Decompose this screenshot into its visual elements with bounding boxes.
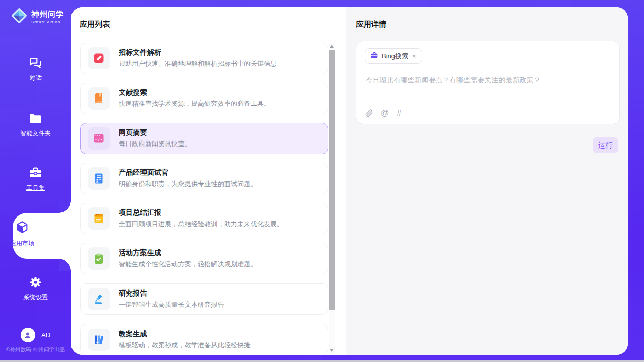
app-detail-panel: 应用详情 Bing搜索 × 今日湖北有哪些新闻要点？有哪些需要关注的最新政策？ [346,7,628,355]
scrollbar[interactable] [329,43,335,354]
app-list-panel: 应用列表 招标文件解析 帮助用户快速、准确地理解和解析招标书中的关键信息 [71,7,346,355]
app-card-desc: 帮助用户快速、准确地理解和解析招标书中的关键信息 [119,59,277,68]
app-card-title: 研究报告 [119,289,224,298]
sidebar-item-app-market[interactable]: 应用市场 [0,220,45,248]
main-window: 应用列表 招标文件解析 帮助用户快速、准确地理解和解析招标书中的关键信息 [71,7,628,355]
sidebar-item-label: 智能文件夹 [20,129,51,138]
sidebar-item-toolset[interactable]: 工具集 [0,166,71,192]
app-card-project-summary[interactable]: 项目总结汇报 全面回顾项目进展，总结经验教训，助力未来优化发展。 [80,203,328,234]
sidebar-item-settings[interactable]: 系统设置 [0,275,71,302]
cube-icon [15,220,29,236]
app-card-title: 网页摘要 [119,128,191,137]
close-icon[interactable]: × [412,53,417,59]
app-card-desc: 明确身份和职责，为您提供专业性的面试问题。 [119,179,257,189]
gear-icon [28,275,43,289]
app-card-desc: 模板驱动，教案秒成，教学准备从此轻松快捷 [119,341,251,350]
scroll-up-button[interactable] [330,45,334,48]
app-card-desc: 快速精准查找学术资源，提高研究效率的必备工具。 [119,99,270,108]
user-avatar-icon [21,328,35,342]
app-card-pm-interviewer[interactable]: 产品经理面试官 明确身份和职责，为您提供专业性的面试问题。 [80,163,328,194]
app-card-bid-analysis[interactable]: 招标文件解析 帮助用户快速、准确地理解和解析招标书中的关键信息 [80,43,328,74]
app-card-desc: 每日政府新闻资讯快查。 [119,139,191,149]
sidebar-item-label: 系统设置 [23,293,48,302]
chat-icon [28,56,43,70]
scroll-down-button[interactable] [330,349,334,352]
attachment-icon[interactable] [365,109,373,117]
active-tab-curve-bottom [59,259,71,271]
prompt-input-card[interactable]: Bing搜索 × 今日湖北有哪些新闻要点？有哪些需要关注的最新政策？ @ # [356,41,620,124]
active-tab-curve-top [59,201,71,213]
app-card-lesson-plan[interactable]: 教案生成 模板驱动，教案秒成，教学准备从此轻松快捷 [80,324,328,355]
input-toolbar: @ # [365,109,401,117]
tool-chip-bing-search[interactable]: Bing搜索 × [365,48,422,64]
app-card-desc: 一键智能生成高质量长文本研究报告 [119,300,224,309]
app-card-desc: 全面回顾项目进展，总结经验教训，助力未来优化发展。 [119,220,283,229]
mention-icon[interactable]: @ [381,109,389,117]
query-text-input[interactable]: 今日湖北有哪些新闻要点？有哪些需要关注的最新政策？ [366,76,610,85]
books-icon [88,329,110,351]
svg-text:</>: </> [95,137,102,142]
app-detail-title: 应用详情 [356,20,386,29]
sidebar-item-chat[interactable]: 对话 [0,56,71,82]
app-card-literature-search[interactable]: 文献搜索 快速精准查找学术资源，提高研究效率的必备工具。 [80,83,328,114]
sidebar-item-label: 对话 [29,74,42,82]
app-card-title: 项目总结汇报 [119,208,283,218]
run-button[interactable]: 运行 [593,137,618,153]
app-card-desc: 智能生成个性化活动方案，轻松解决规划难题。 [119,260,257,269]
window-bottom-edge [0,360,644,362]
app-name: 神州问学 [31,10,64,19]
app-card-web-summary-selected[interactable]: </> 网页摘要 每日政府新闻资讯快查。 [80,123,328,154]
pen-square-icon [88,47,110,69]
user-account[interactable]: AD [0,328,71,342]
briefcase-icon [370,51,378,61]
app-card-title: 文献搜索 [119,88,270,97]
logo-diamond-icon [10,7,28,27]
sidebar-item-label: 工具集 [26,184,45,192]
user-name: AD [41,331,50,339]
app-card-title: 招标文件解析 [119,48,277,57]
sidebar: 神州问学 Smart Vision 对话 智能文件夹 [0,0,71,362]
app-subtitle: Smart Vision [31,20,64,24]
toolbox-icon [28,166,43,180]
browser-code-icon: </> [88,127,110,150]
app-card-title: 活动方案生成 [119,248,257,258]
app-card-title: 教案生成 [119,330,251,339]
folder-icon [28,112,43,126]
notepad-icon [88,207,110,230]
sidebar-item-smart-folder[interactable]: 智能文件夹 [0,112,71,138]
clipboard-check-icon [88,247,110,270]
sidebar-item-label: 应用市场 [10,239,34,248]
hash-icon[interactable]: # [397,109,401,117]
app-card-title: 产品经理面试官 [119,168,257,177]
scrollbar-thumb[interactable] [329,50,335,310]
book-icon [88,87,110,110]
copyright-footer: ©神州数码·神州问学出品 [0,346,71,353]
tool-chip-label: Bing搜索 [382,52,408,61]
app-card-research-report[interactable]: 研究报告 一键智能生成高质量长文本研究报告 [80,283,328,315]
interview-doc-icon [88,167,110,190]
app-card-event-plan[interactable]: 活动方案生成 智能生成个性化活动方案，轻松解决规划难题。 [80,243,328,274]
microscope-icon [88,288,110,310]
app-list-title: 应用列表 [80,20,110,29]
app-logo: 神州问学 Smart Vision [10,7,64,27]
